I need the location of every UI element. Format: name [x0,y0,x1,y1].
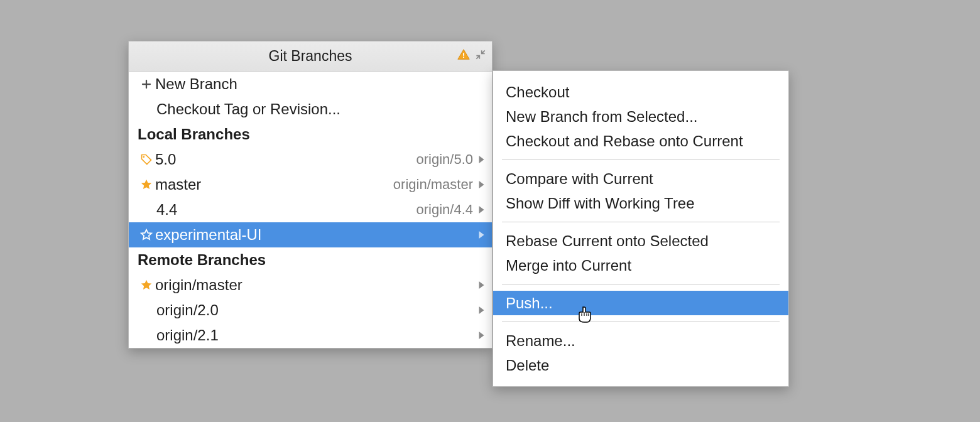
remote-branches-header: Remote Branches [129,247,492,273]
star-icon [138,229,155,241]
branch-name: master [155,177,201,192]
context-menu-item[interactable]: Show Diff with Working Tree [493,191,788,215]
context-menu-label: Delete [506,357,549,374]
remote-branch-item[interactable]: origin/2.0 [129,298,492,323]
submenu-arrow-icon [474,306,488,315]
context-menu-item[interactable]: Delete [493,353,788,377]
context-menu-item[interactable]: Rebase Current onto Selected [493,229,788,253]
checkout-tag-action[interactable]: Checkout Tag or Revision... [129,97,492,122]
local-branches-label: Local Branches [138,126,250,143]
popup-title: Git Branches [269,48,352,65]
context-menu-item[interactable]: Push... [493,291,788,315]
menu-separator [502,322,780,322]
context-menu-label: Show Diff with Working Tree [506,195,695,212]
git-branches-popup: Git Branches New Branch Checkout Tag or … [128,41,493,349]
branch-name: 5.0 [155,152,176,167]
remote-branches-label: Remote Branches [138,251,266,269]
local-branch-item[interactable]: 5.0origin/5.0 [129,147,492,172]
submenu-arrow-icon [474,230,488,239]
context-menu-item[interactable]: Checkout and Rebase onto Current [493,129,788,153]
context-menu-label: Rebase Current onto Selected [506,232,709,250]
checkout-tag-label: Checkout Tag or Revision... [156,102,340,117]
remote-branch-item[interactable]: origin/2.1 [129,323,492,348]
popup-header: Git Branches [129,41,492,72]
context-menu-label: New Branch from Selected... [506,108,697,126]
warning-icon[interactable] [457,48,471,65]
context-menu-item[interactable]: New Branch from Selected... [493,104,788,129]
branch-name: experimental-UI [155,227,261,242]
submenu-arrow-icon [474,155,488,164]
svg-rect-1 [463,57,464,58]
submenu-arrow-icon [474,281,488,289]
context-menu-label: Compare with Current [506,170,653,188]
context-menu-item[interactable]: Rename... [493,328,788,353]
submenu-arrow-icon [474,205,488,214]
new-branch-action[interactable]: New Branch [129,72,492,97]
submenu-arrow-icon [474,331,488,340]
branch-name: origin/2.1 [156,328,219,343]
submenu-arrow-icon [474,180,488,189]
context-menu-label: Push... [506,295,553,312]
branch-context-menu: CheckoutNew Branch from Selected...Check… [493,70,789,387]
svg-point-2 [143,156,145,158]
menu-separator [502,284,780,284]
collapse-icon[interactable] [474,48,487,65]
context-menu-label: Checkout and Rebase onto Current [506,133,743,150]
tag-icon [138,153,155,166]
plus-icon [138,78,155,90]
tracking-remote: origin/master [393,178,473,192]
remote-branch-item[interactable]: origin/master [129,273,492,298]
local-branch-item[interactable]: experimental-UI [129,222,492,247]
context-menu-label: Rename... [506,332,575,350]
tracking-remote: origin/4.4 [416,203,473,217]
context-menu-item[interactable]: Checkout [493,80,788,104]
context-menu-label: Checkout [506,84,569,101]
star-fill-icon [138,279,155,291]
tracking-remote: origin/5.0 [416,153,473,166]
branch-name: origin/master [155,278,242,293]
branch-name: 4.4 [156,202,177,217]
svg-rect-0 [463,53,464,56]
context-menu-label: Merge into Current [506,257,631,274]
branch-name: origin/2.0 [156,303,219,318]
local-branch-item[interactable]: masterorigin/master [129,172,492,197]
context-menu-item[interactable]: Compare with Current [493,166,788,191]
new-branch-label: New Branch [155,77,237,92]
star-fill-icon [138,178,155,191]
menu-separator [502,222,780,222]
menu-separator [502,160,780,160]
local-branch-item[interactable]: 4.4origin/4.4 [129,197,492,222]
context-menu-item[interactable]: Merge into Current [493,253,788,278]
local-branches-header: Local Branches [129,122,492,147]
